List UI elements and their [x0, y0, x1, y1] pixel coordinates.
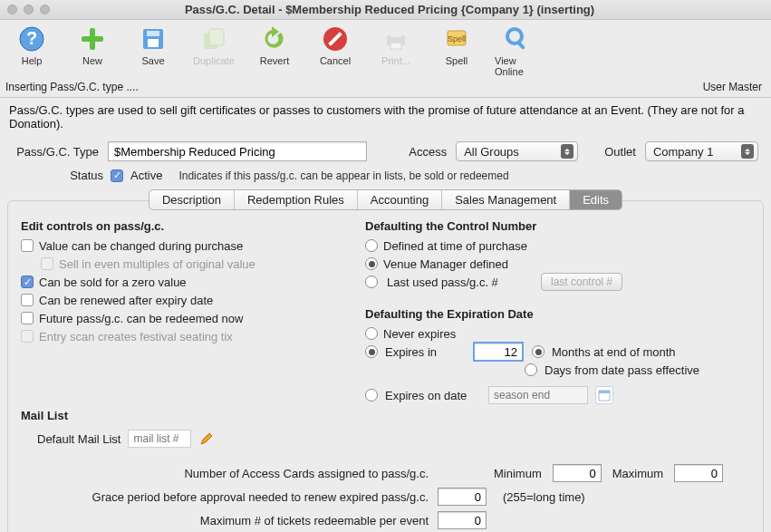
- tabs: Description Redemption Rules Accounting …: [0, 189, 771, 210]
- svg-text:?: ?: [26, 28, 37, 48]
- radio-last-used[interactable]: [365, 276, 378, 288]
- type-field[interactable]: [108, 141, 367, 161]
- tab-redemption-rules[interactable]: Redemption Rules: [235, 190, 358, 209]
- chk-zero-value[interactable]: [21, 276, 34, 288]
- calendar-icon[interactable]: [595, 386, 613, 404]
- magnifier-icon: [502, 24, 533, 54]
- print-button: Print...: [373, 24, 419, 77]
- duplicate-button: Duplicate: [191, 24, 236, 77]
- active-checkbox[interactable]: [111, 169, 123, 182]
- type-label: Pass/G.C. Type: [13, 145, 99, 159]
- revert-icon: [259, 24, 290, 54]
- close-dot[interactable]: [7, 5, 17, 15]
- maillist-label: Default Mail List: [37, 432, 120, 446]
- zoom-dot[interactable]: [40, 5, 50, 15]
- view-online-button[interactable]: View Online: [495, 24, 540, 77]
- pencil-icon[interactable]: [198, 430, 215, 447]
- status-hint: Indicates if this pass/g.c. can be appea…: [178, 169, 508, 182]
- status-label: Status: [13, 169, 103, 182]
- chk-future-redeem[interactable]: [21, 312, 34, 324]
- plus-icon: [77, 24, 108, 54]
- svg-rect-3: [82, 36, 103, 42]
- outlet-select[interactable]: Company 1: [645, 141, 758, 161]
- expires-on-date-field[interactable]: [488, 386, 588, 404]
- new-button[interactable]: New: [70, 24, 115, 77]
- access-label: Access: [409, 145, 447, 159]
- active-label: Active: [130, 169, 162, 182]
- svg-rect-12: [390, 30, 401, 37]
- radio-venue-manager[interactable]: [365, 257, 378, 270]
- help-icon: ?: [16, 24, 47, 54]
- radio-months[interactable]: [532, 345, 545, 358]
- floppy-icon: [138, 24, 169, 54]
- toolbar: ? Help New Save Duplicate Revert Cancel: [0, 20, 771, 79]
- revert-button[interactable]: Revert: [252, 24, 297, 77]
- status-left: Inserting Pass/G.C. type ....: [5, 81, 139, 93]
- traffic-lights: [7, 5, 50, 15]
- expires-in-field[interactable]: [474, 343, 523, 361]
- help-button[interactable]: ? Help: [9, 24, 54, 77]
- chk-festival-seating: [21, 330, 34, 343]
- save-button[interactable]: Save: [130, 24, 176, 77]
- cancel-button[interactable]: Cancel: [313, 24, 358, 77]
- max-event-field[interactable]: [438, 511, 487, 529]
- print-icon: [381, 24, 411, 54]
- grace-field[interactable]: [438, 488, 487, 506]
- bottom-grid: Number of Access Cards assigned to pass/…: [21, 464, 750, 532]
- min-cards-field[interactable]: [553, 464, 602, 482]
- tab-sales-management[interactable]: Sales Management: [442, 190, 570, 209]
- maillist-title: Mail List: [21, 409, 347, 422]
- tab-description[interactable]: Description: [149, 190, 235, 209]
- info-text: Pass/G.C. types are used to sell gift ce…: [0, 98, 771, 132]
- svg-rect-13: [390, 43, 401, 49]
- spell-icon: Spell: [441, 24, 472, 54]
- outlet-label: Outlet: [604, 145, 636, 159]
- radio-never-expires[interactable]: [365, 327, 378, 340]
- tab-accounting[interactable]: Accounting: [358, 190, 442, 209]
- status-row: Status Active Indicates if this pass/g.c…: [0, 161, 771, 188]
- radio-days[interactable]: [525, 363, 537, 376]
- top-row: Pass/G.C. Type Access All Groups Outlet …: [0, 132, 771, 161]
- duplicate-icon: [198, 24, 229, 54]
- spell-button[interactable]: Spell Spell: [434, 24, 479, 77]
- chk-value-change[interactable]: [21, 239, 34, 252]
- status-right: User Master: [703, 81, 762, 93]
- access-select[interactable]: All Groups: [456, 141, 578, 161]
- radio-expires-in[interactable]: [365, 345, 378, 358]
- svg-point-16: [507, 29, 522, 44]
- svg-rect-5: [147, 31, 159, 36]
- last-control-button: last control #: [541, 273, 622, 291]
- editcontrols-title: Edit controls on pass/g.c.: [21, 219, 347, 233]
- controlnum-title: Defaulting the Control Number: [365, 219, 750, 233]
- svg-rect-19: [599, 391, 610, 393]
- svg-text:Spell: Spell: [448, 34, 466, 44]
- chk-renew-expiry[interactable]: [21, 294, 34, 306]
- window-title: Pass/G.C. Detail - $Membership Reduced P…: [61, 3, 718, 16]
- chk-even-multiples: [41, 257, 53, 270]
- titlebar: Pass/G.C. Detail - $Membership Reduced P…: [0, 0, 771, 20]
- radio-expires-on-date[interactable]: [365, 389, 378, 401]
- svg-rect-6: [148, 39, 159, 47]
- tab-edits[interactable]: Edits: [570, 190, 622, 209]
- cancel-icon: [320, 24, 351, 54]
- maillist-field[interactable]: [128, 430, 191, 448]
- minimize-dot[interactable]: [24, 5, 34, 15]
- svg-rect-8: [209, 29, 224, 45]
- caret-icon: [741, 144, 754, 159]
- radio-defined-purchase[interactable]: [365, 239, 378, 252]
- expire-title: Defaulting the Expiration Date: [365, 307, 750, 321]
- caret-icon: [561, 144, 573, 159]
- status-strip: Inserting Pass/G.C. type .... User Maste…: [0, 79, 771, 98]
- max-cards-field[interactable]: [674, 464, 723, 482]
- edits-panel: Edit controls on pass/g.c. Value can be …: [7, 200, 764, 532]
